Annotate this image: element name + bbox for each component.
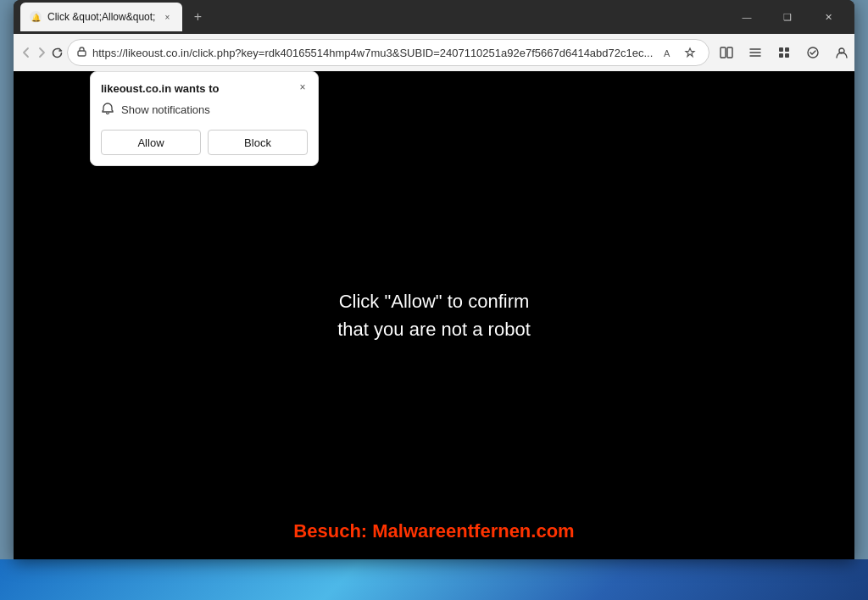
popup-notification-row: Show notifications xyxy=(101,102,308,118)
watermark-text: Besuch: Malwareentfernen.com xyxy=(293,520,574,542)
tab-title: Click &quot;Allow&quot; xyxy=(47,11,155,23)
refresh-button[interactable] xyxy=(51,39,64,66)
svg-rect-7 xyxy=(785,47,789,52)
svg-rect-8 xyxy=(779,53,783,58)
new-tab-button[interactable]: + xyxy=(186,5,209,29)
taskbar xyxy=(0,559,868,600)
favorites-button[interactable] xyxy=(680,42,700,63)
notification-popup: likeoust.co.in wants to × Show notificat… xyxy=(90,71,319,166)
toolbar-actions xyxy=(713,39,868,66)
svg-rect-6 xyxy=(779,47,783,52)
notification-bell-icon xyxy=(101,102,114,118)
svg-rect-9 xyxy=(785,53,789,58)
svg-rect-4 xyxy=(721,47,726,58)
window-controls: — ❑ ✕ xyxy=(727,3,848,31)
svg-text:A: A xyxy=(664,48,670,58)
forward-button[interactable] xyxy=(36,39,47,66)
favorites-bar-button[interactable] xyxy=(742,39,769,66)
nav-bar: https://likeoust.co.in/click.php?key=rdk… xyxy=(14,34,854,71)
browser-window: 🔔 Click &quot;Allow&quot; × + — ❑ ✕ xyxy=(14,0,854,559)
split-screen-button[interactable] xyxy=(713,39,740,66)
minimize-button[interactable]: — xyxy=(727,3,766,31)
allow-button[interactable]: Allow xyxy=(101,130,201,155)
block-button[interactable]: Block xyxy=(208,130,308,155)
address-icons: A xyxy=(658,42,700,63)
lock-icon xyxy=(76,46,87,59)
address-text: https://likeoust.co.in/click.php?key=rdk… xyxy=(92,47,653,59)
page-text-line2: that you are not a robot xyxy=(337,315,531,343)
profile-button[interactable] xyxy=(828,39,855,66)
address-bar[interactable]: https://likeoust.co.in/click.php?key=rdk… xyxy=(67,39,709,66)
page-text-line1: Click "Allow" to confirm xyxy=(337,287,531,315)
close-button[interactable]: ✕ xyxy=(809,3,848,31)
svg-text:🔔: 🔔 xyxy=(31,13,42,23)
tab-close-button[interactable]: × xyxy=(160,10,174,24)
browser-essentials-button[interactable] xyxy=(799,39,826,66)
title-bar: 🔔 Click &quot;Allow&quot; × + — ❑ ✕ xyxy=(14,0,854,34)
popup-close-button[interactable]: × xyxy=(294,79,311,96)
page-main-text: Click "Allow" to confirm that you are no… xyxy=(337,287,531,343)
tab-area: 🔔 Click &quot;Allow&quot; × + xyxy=(20,0,722,34)
popup-site-name: likeoust.co.in wants to xyxy=(101,82,308,95)
svg-rect-5 xyxy=(727,47,732,58)
tab-favicon: 🔔 xyxy=(29,10,42,24)
more-tools-button[interactable] xyxy=(857,39,868,66)
maximize-button[interactable]: ❑ xyxy=(768,3,807,31)
popup-buttons: Allow Block xyxy=(101,130,308,155)
svg-rect-2 xyxy=(78,51,86,56)
active-tab[interactable]: 🔔 Click &quot;Allow&quot; × xyxy=(20,3,182,31)
extensions-button[interactable] xyxy=(771,39,798,66)
read-aloud-button[interactable]: A xyxy=(658,42,678,63)
back-button[interactable] xyxy=(20,39,32,66)
content-area: likeoust.co.in wants to × Show notificat… xyxy=(14,71,854,559)
popup-notification-text: Show notifications xyxy=(121,103,210,116)
